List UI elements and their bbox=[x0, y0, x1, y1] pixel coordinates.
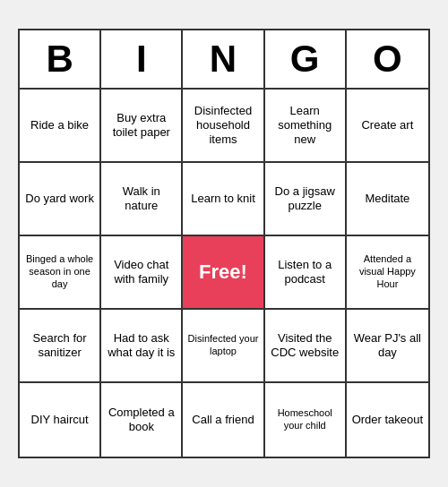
bingo-cell-17[interactable]: Disinfected your laptop bbox=[183, 310, 264, 383]
bingo-cell-22[interactable]: Call a friend bbox=[183, 383, 264, 457]
bingo-letter-i: I bbox=[101, 30, 183, 88]
bingo-cell-14[interactable]: Attended a visual Happy Hour bbox=[347, 236, 428, 310]
bingo-cell-7[interactable]: Learn to knit bbox=[183, 163, 264, 236]
bingo-grid: Ride a bikeBuy extra toilet paperDisinfe… bbox=[20, 90, 428, 457]
bingo-cell-13[interactable]: Listen to a podcast bbox=[265, 236, 347, 310]
bingo-cell-1[interactable]: Buy extra toilet paper bbox=[101, 90, 183, 163]
bingo-cell-21[interactable]: Completed a book bbox=[101, 383, 183, 457]
bingo-cell-10[interactable]: Binged a whole season in one day bbox=[20, 236, 101, 310]
bingo-cell-4[interactable]: Create art bbox=[347, 90, 428, 163]
bingo-cell-15[interactable]: Search for sanitizer bbox=[20, 310, 101, 383]
bingo-cell-23[interactable]: Homeschool your child bbox=[265, 383, 347, 457]
bingo-cell-2[interactable]: Disinfected household items bbox=[183, 90, 264, 163]
bingo-header: BINGO bbox=[20, 30, 428, 90]
bingo-cell-24[interactable]: Order takeout bbox=[347, 383, 428, 457]
bingo-cell-16[interactable]: Had to ask what day it is bbox=[101, 310, 183, 383]
bingo-cell-0[interactable]: Ride a bike bbox=[20, 90, 101, 163]
bingo-letter-o: O bbox=[347, 30, 428, 88]
free-space[interactable]: Free! bbox=[183, 236, 264, 310]
bingo-letter-n: N bbox=[183, 30, 264, 88]
bingo-cell-6[interactable]: Walk in nature bbox=[101, 163, 183, 236]
bingo-cell-19[interactable]: Wear PJ's all day bbox=[347, 310, 428, 383]
bingo-cell-9[interactable]: Meditate bbox=[347, 163, 428, 236]
bingo-cell-18[interactable]: Visited the CDC website bbox=[265, 310, 347, 383]
bingo-card: BINGO Ride a bikeBuy extra toilet paperD… bbox=[18, 29, 430, 458]
bingo-cell-11[interactable]: Video chat with family bbox=[101, 236, 183, 310]
bingo-cell-8[interactable]: Do a jigsaw puzzle bbox=[265, 163, 347, 236]
bingo-cell-5[interactable]: Do yard work bbox=[20, 163, 101, 236]
bingo-letter-b: B bbox=[20, 30, 101, 88]
bingo-cell-3[interactable]: Learn something new bbox=[265, 90, 347, 163]
bingo-cell-20[interactable]: DIY haircut bbox=[20, 383, 101, 457]
bingo-letter-g: G bbox=[265, 30, 347, 88]
